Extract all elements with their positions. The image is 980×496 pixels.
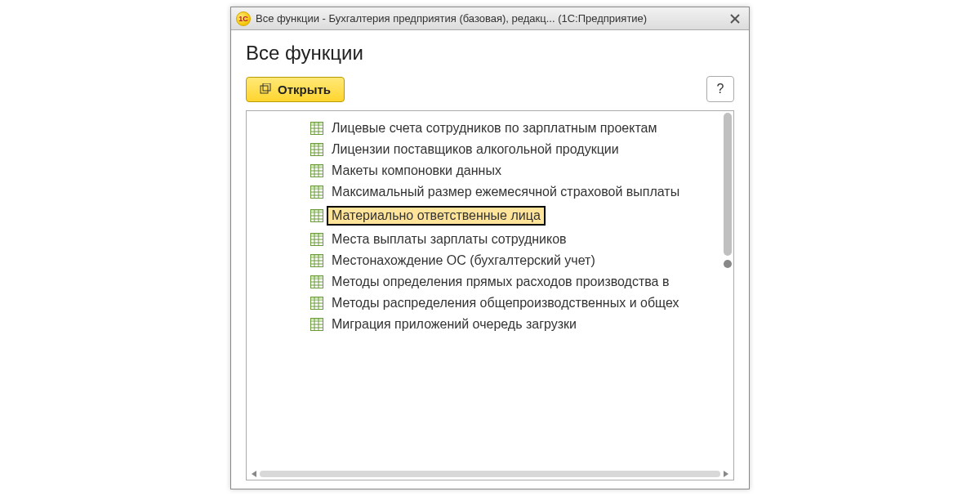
tree-item[interactable]: Миграция приложений очередь загрузки (247, 314, 719, 335)
window-title: Все функции - Бухгалтерия предприятия (б… (256, 12, 721, 25)
horizontal-scrollbar[interactable] (247, 468, 733, 480)
svg-rect-100 (311, 319, 323, 322)
tree-item-label: Местонахождение ОС (бухгалтерский учет) (332, 253, 595, 268)
table-icon (310, 185, 323, 199)
toolbar: Открыть ? (246, 76, 734, 102)
tree-item[interactable]: Лицензии поставщиков алкогольной продукц… (247, 139, 719, 160)
tree-item-label: Миграция приложений очередь загрузки (332, 317, 577, 332)
tree-item-label: Материально ответственные лица (327, 206, 546, 226)
svg-rect-90 (311, 297, 323, 301)
app-window: 1С Все функции - Бухгалтерия предприятия… (230, 7, 750, 489)
svg-rect-50 (311, 210, 323, 213)
help-button[interactable]: ? (706, 76, 734, 102)
page-title: Все функции (246, 42, 734, 65)
app-icon: 1С (236, 11, 251, 26)
content-area: Все функции Открыть ? Лицевые счета сотр… (231, 30, 749, 489)
close-button[interactable] (726, 11, 744, 27)
tree-item-label: Методы распределения общепроизводственны… (332, 296, 679, 311)
tree-item[interactable]: Местонахождение ОС (бухгалтерский учет) (247, 250, 719, 271)
table-icon (310, 233, 323, 246)
svg-rect-40 (311, 186, 323, 190)
tree-item-label: Места выплаты зарплаты сотрудников (332, 232, 567, 247)
scroll-right-arrow-icon[interactable] (724, 471, 728, 477)
svg-rect-10 (311, 123, 323, 126)
tree-container: Лицевые счета сотрудников по зарплатным … (246, 110, 734, 480)
close-icon (730, 14, 740, 24)
tree-item-label: Методы определения прямых расходов произ… (332, 275, 669, 289)
open-button-label: Открыть (278, 83, 331, 96)
table-icon (310, 143, 323, 156)
svg-rect-20 (311, 144, 323, 147)
vertical-scrollbar[interactable] (722, 113, 732, 467)
tree-item[interactable]: Места выплаты зарплаты сотрудников (247, 229, 719, 250)
tree-item[interactable]: Методы определения прямых расходов произ… (247, 271, 719, 293)
tree-item-label: Макеты компоновки данных (332, 163, 501, 178)
tree-item[interactable]: Макеты компоновки данных (247, 160, 719, 181)
tree-body[interactable]: Лицевые счета сотрудников по зарплатным … (247, 111, 733, 468)
svg-rect-3 (263, 83, 270, 91)
scroll-thumb-vertical[interactable] (724, 113, 732, 256)
table-icon (310, 122, 323, 135)
table-icon (310, 209, 323, 222)
titlebar[interactable]: 1С Все функции - Бухгалтерия предприятия… (231, 7, 749, 30)
svg-rect-2 (261, 86, 268, 93)
table-icon (310, 318, 323, 331)
svg-rect-60 (311, 234, 323, 237)
scroll-left-arrow-icon[interactable] (252, 471, 256, 477)
open-button[interactable]: Открыть (246, 77, 345, 102)
svg-rect-30 (311, 165, 323, 168)
tree-list: Лицевые счета сотрудников по зарплатным … (247, 111, 733, 342)
tree-item[interactable]: Лицевые счета сотрудников по зарплатным … (247, 118, 719, 139)
table-icon (310, 164, 323, 177)
table-icon (310, 254, 323, 267)
table-icon (310, 275, 323, 288)
tree-item[interactable]: Материально ответственные лица (247, 203, 719, 229)
tree-item[interactable]: Методы распределения общепроизводственны… (247, 293, 719, 314)
tree-item-label: Максимальный размер ежемесячной страхово… (332, 185, 679, 199)
open-icon (260, 83, 271, 95)
scroll-track-horizontal[interactable] (260, 471, 720, 477)
svg-rect-70 (311, 255, 323, 258)
tree-item-label: Лицензии поставщиков алкогольной продукц… (332, 142, 619, 157)
table-icon (310, 297, 323, 310)
scroll-indicator[interactable] (724, 260, 732, 268)
tree-item[interactable]: Максимальный размер ежемесячной страхово… (247, 181, 719, 203)
tree-item-label: Лицевые счета сотрудников по зарплатным … (332, 121, 657, 136)
svg-rect-80 (311, 276, 323, 279)
